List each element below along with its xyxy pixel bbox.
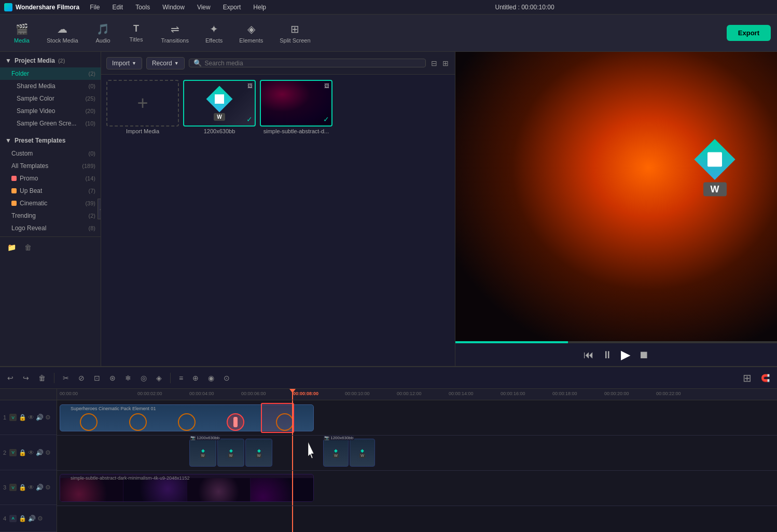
track2-clip-1[interactable]: ◆ W <box>189 439 216 467</box>
adjust-button[interactable]: ≡ <box>176 372 186 384</box>
track2-hide[interactable]: 👁 <box>28 449 34 456</box>
preset-templates-header[interactable]: ▼ Preset Templates <box>0 134 101 147</box>
import-button[interactable]: Import ▼ <box>106 57 142 69</box>
abstract-media-item[interactable]: 🖼 ✓ simple-subtle-abstract-d... <box>260 80 332 134</box>
sidebar-item-trending[interactable]: Trending (2) <box>0 209 101 222</box>
track4-lock[interactable]: 🔒 <box>19 515 26 522</box>
menu-export[interactable]: Export <box>221 3 243 12</box>
track3-mute[interactable]: 🔊 <box>36 484 44 491</box>
track1-settings[interactable]: ⚙ <box>45 414 51 421</box>
sidebar-collapse-button[interactable]: ◁ <box>98 199 101 219</box>
sidebar-item-shared-media[interactable]: Shared Media (0) <box>0 80 101 92</box>
record-button[interactable]: Record ▼ <box>146 57 185 69</box>
keyframe-button[interactable]: ◈ <box>153 372 165 384</box>
add-track-button[interactable]: ⊞ <box>740 370 755 386</box>
playhead-track1 <box>292 400 293 435</box>
unlink-button[interactable]: ⊘ <box>75 372 88 384</box>
menu-window[interactable]: Window <box>160 3 187 12</box>
import-label: Import <box>112 60 130 67</box>
stabilize-button[interactable]: ⊙ <box>220 372 233 384</box>
sidebar-item-sample-color[interactable]: Sample Color (25) <box>0 92 101 105</box>
track2-label-2: 📷 1200x630bb <box>323 436 354 440</box>
sidebar-item-custom[interactable]: Custom (0) <box>0 147 101 160</box>
sidebar-item-cinematic[interactable]: Cinematic (39) <box>0 197 101 209</box>
tool-effects[interactable]: ✦ Effects <box>198 20 230 47</box>
import-media-thumb[interactable]: + <box>106 80 179 127</box>
track2-settings[interactable]: ⚙ <box>45 449 51 456</box>
all-templates-label: All Templates <box>11 162 48 170</box>
track4-mute[interactable]: 🔊 <box>28 515 36 522</box>
track4-settings[interactable]: ⚙ <box>37 515 43 522</box>
track3-settings[interactable]: ⚙ <box>45 484 51 491</box>
export-button[interactable]: Export <box>727 25 771 41</box>
redo-button[interactable]: ↪ <box>20 372 32 384</box>
playhead-track3 <box>292 471 293 506</box>
sidebar-item-logo-reveal[interactable]: Logo Reveal (8) <box>0 222 101 234</box>
track2-clip-5[interactable]: ◆ W <box>350 439 375 467</box>
menu-bar: Wondershare Filmora File Edit Tools Wind… <box>0 0 777 15</box>
project-media-arrow: ▼ <box>5 57 11 64</box>
frame-circle-1 <box>80 413 98 431</box>
rewind-button[interactable]: ⏮ <box>584 349 594 361</box>
speed-button[interactable]: ⊛ <box>106 372 119 384</box>
tool-transitions[interactable]: ⇌ Transitions <box>154 20 196 47</box>
tool-audio[interactable]: 🎵 Audio <box>88 20 119 47</box>
abstract-media-thumb[interactable]: 🖼 ✓ <box>260 80 332 127</box>
audio-stretch-button[interactable]: ⊕ <box>189 372 202 384</box>
menu-view[interactable]: View <box>195 3 213 12</box>
ruler-mark-14: 00:00:14:00 <box>449 391 474 396</box>
marker-button[interactable]: ◎ <box>137 372 150 384</box>
track1-mute[interactable]: 🔊 <box>36 414 44 421</box>
search-input[interactable] <box>205 60 421 67</box>
delete-clip-button[interactable]: 🗑 <box>35 372 49 384</box>
crop-button[interactable]: ⊡ <box>91 372 103 384</box>
tool-media-label: Media <box>14 37 30 44</box>
tool-titles[interactable]: T Titles <box>121 20 152 46</box>
timeline-ruler: 00:00:00 00:00:02:00 00:00:04:00 00:00:0… <box>57 389 777 400</box>
stop-button[interactable]: ⏹ <box>639 349 649 361</box>
sidebar-item-promo[interactable]: Promo (14) <box>0 172 101 185</box>
track2-clip-4[interactable]: ◆ W <box>323 439 349 467</box>
magnetic-button[interactable]: 🧲 <box>758 372 773 384</box>
menu-file[interactable]: File <box>88 3 102 12</box>
track1-hide[interactable]: 👁 <box>28 414 34 421</box>
menu-edit[interactable]: Edit <box>110 3 125 12</box>
sidebar-item-sample-video[interactable]: Sample Video (20) <box>0 105 101 117</box>
tool-stock-media[interactable]: ☁ Stock Media <box>39 20 86 47</box>
track2-mute[interactable]: 🔊 <box>36 449 44 456</box>
sidebar-item-sample-green[interactable]: Sample Green Scre... (10) <box>0 117 101 130</box>
track3-clip[interactable]: simple-subtle-abstract-dark-minimalism-4… <box>60 474 314 502</box>
track1-lock[interactable]: 🔒 <box>19 414 26 421</box>
selected-check: ✓ <box>246 115 253 123</box>
menu-tools[interactable]: Tools <box>133 3 152 12</box>
track3-hide[interactable]: 👁 <box>28 484 34 491</box>
project-media-header[interactable]: ▼ Project Media (2) <box>0 54 101 67</box>
frame-circle-3 <box>178 413 196 431</box>
track2-clip-2[interactable]: ◆ W <box>217 439 244 467</box>
sidebar-item-all-templates[interactable]: All Templates (189) <box>0 160 101 172</box>
cut-button[interactable]: ✂ <box>60 372 72 384</box>
undo-button[interactable]: ↩ <box>4 372 17 384</box>
track2-lock[interactable]: 🔒 <box>19 449 26 456</box>
tool-elements[interactable]: ◈ Elements <box>232 20 270 47</box>
play-button[interactable]: ▶ <box>621 347 630 362</box>
filter-button[interactable]: ⊟ <box>430 58 438 68</box>
track2-clip-3[interactable]: ◆ W <box>245 439 272 467</box>
sidebar-item-folder[interactable]: Folder (2) <box>0 67 101 80</box>
menu-help[interactable]: Help <box>251 3 268 12</box>
freeze-button[interactable]: ❄ <box>122 372 134 384</box>
tool-media[interactable]: 🎬 Media <box>6 20 37 47</box>
playhead-marker <box>289 389 296 393</box>
remove-folder-button[interactable]: 🗑 <box>22 241 34 254</box>
filmora-media-item[interactable]: 🖼 W ✓ 1200x630bb <box>183 80 256 134</box>
ai-button[interactable]: ◉ <box>205 372 217 384</box>
sidebar-item-upbeat[interactable]: Up Beat (7) <box>0 185 101 197</box>
filmora-media-thumb[interactable]: 🖼 W ✓ <box>183 80 256 127</box>
tool-split-screen[interactable]: ⊞ Split Screen <box>272 20 317 47</box>
grid-view-button[interactable]: ⊞ <box>441 58 450 68</box>
import-media-item[interactable]: + Import Media <box>106 80 179 134</box>
prev-frame-button[interactable]: ⏸ <box>602 349 613 361</box>
add-folder-button[interactable]: 📁 <box>5 241 18 254</box>
ruler-mark-6: 00:00:06:00 <box>241 391 266 396</box>
track3-lock[interactable]: 🔒 <box>19 484 26 491</box>
